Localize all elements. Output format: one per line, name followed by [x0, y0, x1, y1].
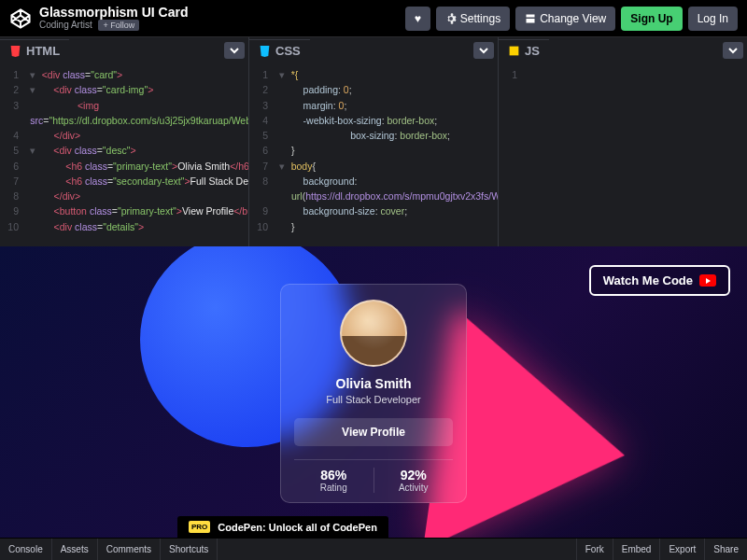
console-button[interactable]: Console: [0, 539, 52, 560]
html-options-button[interactable]: [224, 42, 245, 59]
preview-pane: Watch Me Code Olivia Smith Full Stack De…: [0, 246, 747, 545]
pen-title-block: Glassmorphism UI Card Coding Artist + Fo…: [39, 6, 189, 31]
svg-rect-1: [527, 19, 535, 23]
card-stats: 86% Rating 92% Activity: [294, 459, 453, 493]
view-profile-button[interactable]: View Profile: [294, 418, 453, 446]
embed-button[interactable]: Embed: [613, 539, 660, 560]
pen-author-row: Coding Artist + Follow: [39, 20, 189, 31]
css-tab[interactable]: CSS: [249, 39, 310, 62]
shortcuts-button[interactable]: Shortcuts: [161, 539, 218, 560]
change-view-button[interactable]: Change View: [515, 7, 615, 31]
avatar: [340, 300, 407, 367]
html-tab[interactable]: HTML: [0, 39, 69, 62]
css-options-button[interactable]: [473, 42, 494, 59]
pen-author[interactable]: Coding Artist: [39, 20, 92, 30]
html-editor-header: HTML: [0, 37, 248, 63]
youtube-icon: [699, 274, 716, 287]
stat-rating: 86% Rating: [294, 468, 374, 493]
editors-row: HTML 1 ▾ <div class="card"> 2 ▾ <div cla…: [0, 37, 747, 246]
card-role: Full Stack Developer: [294, 394, 453, 405]
html-icon: [9, 45, 21, 57]
html-editor: HTML 1 ▾ <div class="card"> 2 ▾ <div cla…: [0, 37, 249, 246]
js-code-area[interactable]: 1: [499, 63, 747, 246]
css-editor-header: CSS: [249, 37, 498, 63]
js-editor-header: JS: [499, 37, 747, 63]
login-button[interactable]: Log In: [688, 7, 738, 31]
watch-me-code-button[interactable]: Watch Me Code: [589, 265, 730, 296]
follow-button[interactable]: + Follow: [98, 20, 139, 31]
chevron-down-icon: [479, 46, 488, 55]
comments-button[interactable]: Comments: [98, 539, 161, 560]
codepen-logo-icon: [9, 7, 32, 30]
heart-button[interactable]: ♥: [405, 7, 430, 31]
svg-rect-0: [527, 14, 535, 17]
js-options-button[interactable]: [723, 42, 743, 59]
stat-activity: 92% Activity: [374, 468, 454, 493]
app-header: Glassmorphism UI Card Coding Artist + Fo…: [0, 0, 747, 37]
css-code-area[interactable]: 1 ▾ *{ 2 padding: 0; 3 margin: 0; 4 -web…: [249, 63, 498, 246]
js-icon: [508, 45, 520, 57]
html-code-area[interactable]: 1 ▾ <div class="card"> 2 ▾ <div class="c…: [0, 63, 248, 246]
export-button[interactable]: Export: [659, 539, 704, 560]
card-name: Olivia Smith: [294, 376, 453, 391]
fork-button[interactable]: Fork: [576, 539, 613, 560]
promo-text: CodePen: Unlock all of CodePen: [218, 522, 377, 533]
js-tab[interactable]: JS: [499, 39, 549, 62]
layout-icon: [525, 13, 536, 24]
chevron-down-icon: [230, 46, 239, 55]
glass-card: Olivia Smith Full Stack Developer View P…: [280, 284, 467, 503]
chevron-down-icon: [728, 46, 738, 55]
css-icon: [259, 45, 271, 57]
svg-rect-2: [510, 47, 519, 56]
gear-icon: [445, 13, 457, 24]
assets-button[interactable]: Assets: [52, 539, 98, 560]
heart-icon: ♥: [415, 12, 421, 25]
pen-title: Glassmorphism UI Card: [39, 6, 189, 20]
settings-button[interactable]: Settings: [436, 7, 510, 31]
js-editor: JS 1: [499, 37, 747, 246]
footer-bar: Console Assets Comments Shortcuts Fork E…: [0, 538, 747, 560]
pro-promo-banner[interactable]: PRO CodePen: Unlock all of CodePen: [177, 516, 388, 538]
signup-button[interactable]: Sign Up: [621, 7, 682, 31]
pro-badge: PRO: [189, 521, 210, 533]
share-button[interactable]: Share: [704, 539, 747, 560]
css-editor: CSS 1 ▾ *{ 2 padding: 0; 3 margin: 0; 4 …: [249, 37, 499, 246]
